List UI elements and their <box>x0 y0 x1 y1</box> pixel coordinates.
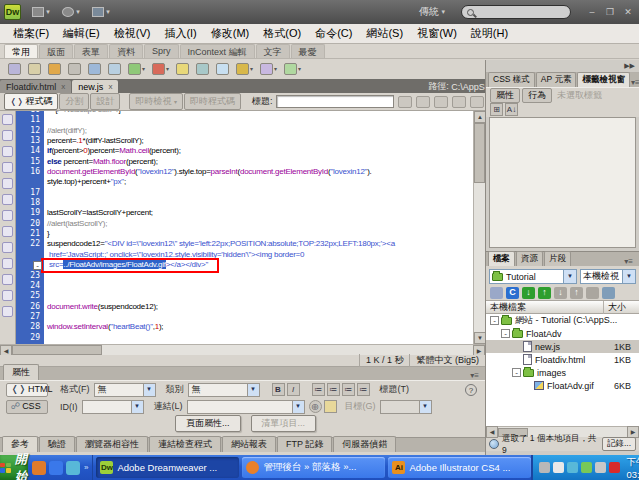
table-icon[interactable] <box>88 63 101 75</box>
visual-aids-icon[interactable] <box>470 96 484 108</box>
refresh-icon[interactable]: C <box>506 287 519 299</box>
images-icon[interactable]: ▾ <box>128 63 145 75</box>
insert-tab-文字[interactable]: 文字 <box>256 44 290 58</box>
results-tab-驗證[interactable]: 驗證 <box>39 436 75 452</box>
tray-usb-icon[interactable] <box>581 462 592 473</box>
menu-E[interactable]: 編輯(E) <box>56 24 107 43</box>
preview-in-browser-icon[interactable] <box>416 96 430 108</box>
panel-tab-CSS 樣式[interactable]: CSS 樣式 <box>488 72 535 87</box>
file-tree-item-Floatdivhtml[interactable]: Floatdiv.html1KB <box>486 353 639 366</box>
live-code-button[interactable]: 即時程式碼 <box>184 93 241 110</box>
ordered-list-icon[interactable]: ≔ <box>327 383 340 396</box>
menu-I[interactable]: 插入(I) <box>157 24 203 43</box>
code-view-button[interactable]: ❬❭程式碼 <box>4 93 58 110</box>
dreamweaver-app-icon[interactable]: Dw <box>4 4 21 20</box>
file-tree-item-FloatAdvgif[interactable]: FloatAdv.gif6KB <box>486 379 639 392</box>
results-tab-瀏覽器相容性[interactable]: 瀏覽器相容性 <box>76 436 148 452</box>
results-tab-網站報表[interactable]: 網站報表 <box>222 436 276 452</box>
quick-launch-icon-1[interactable] <box>32 461 46 475</box>
balance-braces-icon[interactable] <box>2 194 13 205</box>
synchronize-icon[interactable] <box>586 287 599 299</box>
live-view-button[interactable]: 即時檢視 ▾ <box>129 93 183 110</box>
doc-tab-Floatdiv.html[interactable]: Floatdiv.htmlx <box>0 80 71 93</box>
results-tab-FTP 記錄[interactable]: FTP 記錄 <box>277 436 332 452</box>
quick-launch-more-icon[interactable]: » <box>84 463 88 472</box>
outdent-icon[interactable]: ≔ <box>357 383 370 396</box>
insert-tab-Spry[interactable]: Spry <box>144 44 179 58</box>
tree-expander-icon[interactable]: - <box>512 368 521 377</box>
format-source-code-icon[interactable] <box>2 306 13 317</box>
panel-tab-標籤檢視窗[interactable]: 標籤檢視窗 <box>577 72 630 87</box>
insert-tab-最愛[interactable]: 最愛 <box>291 44 325 58</box>
document-title-input[interactable] <box>276 95 394 108</box>
recent-snippets-icon[interactable] <box>2 290 13 301</box>
tree-expander-icon[interactable]: - <box>490 316 499 325</box>
collapse-to-icons-button[interactable]: ▶▶ <box>624 62 635 70</box>
tag-inspector-list[interactable] <box>489 117 636 248</box>
files-tab-資源[interactable]: 資源 <box>516 251 543 266</box>
open-documents-icon[interactable] <box>2 114 13 125</box>
get-files-icon[interactable]: ↓ <box>522 287 535 299</box>
refresh-design-view-icon[interactable] <box>434 96 448 108</box>
insert-div-tag-icon[interactable] <box>108 63 121 75</box>
comment-icon[interactable] <box>216 63 229 75</box>
html-mode-button[interactable]: ❬❭HTML <box>6 383 48 397</box>
menu-W[interactable]: 視窗(W) <box>410 24 464 43</box>
css-mode-button[interactable]: ☍CSS <box>6 400 48 414</box>
format-select[interactable]: 無▼ <box>94 383 156 397</box>
named-anchor-icon[interactable] <box>48 63 61 75</box>
start-button[interactable]: 開始 <box>0 455 28 480</box>
local-files-column-header[interactable]: 本機檔案 <box>486 301 604 314</box>
search-input[interactable] <box>461 5 571 19</box>
code-collapse-icon[interactable]: - <box>33 261 42 270</box>
menu-S[interactable]: 網站(S) <box>359 24 410 43</box>
list-view-icon[interactable]: A↓ <box>505 103 518 116</box>
category-view-icon[interactable]: ⊞ <box>490 103 503 116</box>
hyperlink-icon[interactable] <box>8 63 21 75</box>
view-select[interactable]: 本機檢視▼ <box>580 269 636 284</box>
files-scroll-left-icon[interactable]: ◀ <box>486 426 498 438</box>
close-tab-icon[interactable]: x <box>61 82 65 91</box>
tray-paint-icon[interactable] <box>553 462 564 473</box>
page-properties-button[interactable]: 頁面屬性... <box>175 415 241 432</box>
head-icon[interactable]: ▾ <box>236 63 253 75</box>
inspector-subtab-屬性[interactable]: 屬性 <box>490 88 520 103</box>
templates-icon[interactable]: ▾ <box>284 63 301 75</box>
apply-comment-icon[interactable] <box>2 258 13 269</box>
panel-tab-AP 元素[interactable]: AP 元素 <box>536 72 577 87</box>
horizontal-rule-icon[interactable] <box>68 63 81 75</box>
menu-M[interactable]: 修改(M) <box>204 24 257 43</box>
size-column-header[interactable]: 大小 <box>604 301 626 314</box>
scroll-down-icon[interactable]: ▼ <box>474 332 485 344</box>
quick-launch-icon-2[interactable] <box>49 461 63 475</box>
code-editor[interactable]: 10 {/* Netscape stuff */}1112//alert(dif… <box>0 111 485 344</box>
insert-tab-InContext 編輯[interactable]: InContext 編輯 <box>180 44 255 58</box>
vertical-scrollbar[interactable]: ▲ ▼ <box>473 111 485 344</box>
site-menu-icon[interactable]: ▾ <box>89 4 113 20</box>
insert-tab-表單[interactable]: 表單 <box>74 44 108 58</box>
split-view-button[interactable]: 分割 <box>59 93 89 110</box>
syntax-error-alerts-icon[interactable] <box>2 242 13 253</box>
indent-icon[interactable]: ≔ <box>342 383 355 396</box>
tray-update-icon[interactable] <box>567 462 578 473</box>
layout-switcher-icon[interactable]: ▾ <box>29 4 53 20</box>
file-management-icon[interactable] <box>398 96 412 108</box>
menu-O[interactable]: 格式(O) <box>256 24 308 43</box>
check-out-icon[interactable]: ↓ <box>554 287 567 299</box>
media-icon[interactable]: ▾ <box>152 63 169 75</box>
collapse-selection-icon[interactable] <box>2 146 13 157</box>
link-select[interactable]: ▼ <box>187 400 305 414</box>
file-tree-item-FloatAdv[interactable]: -FloatAdv <box>486 327 639 340</box>
minimize-button[interactable]: – <box>585 6 599 18</box>
select-parent-tag-icon[interactable] <box>2 178 13 189</box>
panel-menu-icon[interactable]: ▾≡ <box>631 78 639 87</box>
site-select[interactable]: Tutorial▼ <box>489 269 577 284</box>
properties-tab[interactable]: 屬性 <box>3 364 39 380</box>
results-tab-連結檢查程式[interactable]: 連結檢查程式 <box>149 436 221 452</box>
menu-C[interactable]: 命令(C) <box>308 24 359 43</box>
insert-tab-版面[interactable]: 版面 <box>39 44 73 58</box>
help-icon[interactable]: ? <box>465 384 477 396</box>
line-numbers-icon[interactable] <box>2 210 13 221</box>
insert-tab-資料[interactable]: 資料 <box>109 44 143 58</box>
close-tab-icon[interactable]: x <box>108 82 112 91</box>
